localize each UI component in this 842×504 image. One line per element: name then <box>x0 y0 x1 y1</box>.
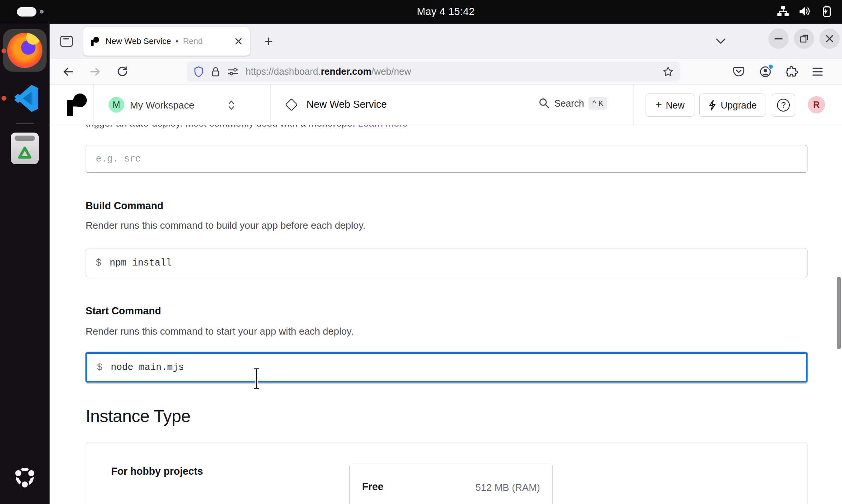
build-command-title: Build Command <box>86 200 163 212</box>
navigation-toolbar: https://dashboard.render.com/web/new <box>50 59 842 85</box>
new-tab-button[interactable]: + <box>258 31 279 51</box>
text-cursor-pointer <box>252 367 261 390</box>
volume-icon <box>798 6 811 18</box>
minimize-button[interactable] <box>768 29 789 49</box>
menu-button[interactable] <box>809 63 826 80</box>
dock-item-trash[interactable] <box>11 133 39 164</box>
url-prefix: https://dashboard. <box>246 66 321 77</box>
build-command-description: Render runs this command to build your a… <box>86 220 365 231</box>
reload-icon <box>116 66 128 78</box>
root-directory-input[interactable] <box>96 154 797 164</box>
system-tray[interactable] <box>777 5 832 19</box>
chevron-up-down-icon <box>226 99 237 112</box>
upgrade-button-label: Upgrade <box>721 100 757 111</box>
new-button-label: New <box>666 100 685 111</box>
build-command-field[interactable]: $ npm install <box>86 249 807 277</box>
chevron-down-icon <box>715 37 726 45</box>
start-command-field-focused[interactable]: $ node main.mjs <box>86 352 807 382</box>
search-shortcut-badge: ^ K <box>588 97 607 110</box>
ubuntu-logo-icon[interactable] <box>12 465 37 489</box>
header-divider <box>93 85 94 125</box>
render-logo[interactable] <box>66 93 88 117</box>
workspace-indicator-dot <box>40 10 44 14</box>
firefox-view-button[interactable] <box>56 31 77 51</box>
start-command-description: Render runs this command to start your a… <box>86 326 353 337</box>
window-close-button[interactable] <box>819 29 840 49</box>
firefox-view-icon <box>60 36 73 47</box>
url-path: /web/new <box>371 66 411 77</box>
clipped-text-line: trigger an auto-deploy. Most commonly us… <box>86 125 807 130</box>
vscode-running-dot <box>2 96 6 101</box>
plus-icon: + <box>655 98 662 111</box>
forward-button[interactable] <box>87 63 104 80</box>
render-app-header: M My Workspace New Web Service Search ^ … <box>50 85 842 125</box>
url-brand: render <box>321 66 349 77</box>
system-clock[interactable]: May 4 15:42 <box>50 6 842 18</box>
network-icon <box>777 6 789 18</box>
start-command-value: node main.mjs <box>111 362 184 373</box>
pocket-button[interactable] <box>730 63 747 80</box>
free-plan-option[interactable]: Free 512 MB (RAM) <box>349 465 553 504</box>
url-bar[interactable]: https://dashboard.render.com/web/new <box>187 62 680 81</box>
firefox-icon <box>7 33 42 68</box>
close-icon <box>234 37 243 45</box>
activities-pill[interactable] <box>17 7 36 17</box>
permissions-icon[interactable] <box>227 66 239 77</box>
new-button[interactable]: + New <box>646 94 694 117</box>
back-button[interactable] <box>59 63 77 80</box>
build-command-value: npm install <box>110 258 172 269</box>
header-divider <box>270 85 271 125</box>
restore-button[interactable] <box>794 29 814 49</box>
bookmark-star-button[interactable] <box>662 66 674 77</box>
tab-strip: New Web Service • Rend + <box>50 24 842 59</box>
extensions-button[interactable] <box>783 63 800 80</box>
hobby-projects-label: For hobby projects <box>111 466 203 477</box>
prompt-symbol: $ <box>96 258 101 269</box>
instance-type-title: Instance Type <box>86 406 190 426</box>
account-button[interactable] <box>757 63 774 80</box>
plan-ram: 512 MB (RAM) <box>475 482 540 493</box>
render-favicon <box>90 36 100 46</box>
workspace-name[interactable]: My Workspace <box>130 100 194 111</box>
search-button[interactable]: Search ^ K <box>539 97 607 110</box>
page-scrollbar-thumb[interactable] <box>837 277 841 349</box>
star-icon <box>662 66 674 77</box>
page-content: trigger an auto-deploy. Most commonly us… <box>50 125 842 504</box>
plan-name: Free <box>362 481 383 493</box>
search-label: Search <box>554 98 584 109</box>
start-command-title: Start Command <box>86 305 161 317</box>
dock-item-firefox[interactable] <box>3 29 47 72</box>
learn-more-link[interactable]: Learn more <box>358 125 408 129</box>
reload-button[interactable] <box>114 63 131 80</box>
pocket-icon <box>733 66 745 77</box>
back-icon <box>62 66 74 77</box>
dock-item-vscode[interactable] <box>9 83 41 114</box>
tab-separator: • <box>175 36 178 46</box>
battery-charging-icon <box>820 5 832 19</box>
puzzle-icon <box>786 66 798 78</box>
minimize-icon <box>774 38 783 39</box>
active-tab[interactable]: New Web Service • Rend <box>83 27 250 56</box>
help-button[interactable]: ? <box>772 94 795 117</box>
recycle-icon <box>17 146 33 161</box>
workspace-switcher-button[interactable] <box>226 99 237 113</box>
tracking-protection-shield-icon[interactable] <box>193 66 204 77</box>
user-avatar[interactable]: R <box>808 96 825 113</box>
tab-title-fade <box>205 29 230 53</box>
upgrade-button[interactable]: Upgrade <box>699 94 765 117</box>
list-all-tabs-button[interactable] <box>711 32 730 51</box>
tab-close-button[interactable] <box>232 35 245 48</box>
root-directory-field[interactable] <box>86 145 807 173</box>
search-icon <box>539 98 550 109</box>
help-icon: ? <box>777 99 790 112</box>
page-title: New Web Service <box>306 99 387 110</box>
forward-icon <box>89 66 101 77</box>
url-text[interactable]: https://dashboard.render.com/web/new <box>246 66 411 77</box>
trash-lid <box>15 136 35 141</box>
workspace-avatar[interactable]: M <box>109 97 124 113</box>
lock-icon[interactable] <box>210 66 221 77</box>
firefox-window: New Web Service • Rend + <box>50 24 842 504</box>
vscode-icon <box>9 83 41 114</box>
system-top-bar: May 4 15:42 <box>0 0 842 24</box>
tab-title: New Web Service <box>106 36 171 46</box>
